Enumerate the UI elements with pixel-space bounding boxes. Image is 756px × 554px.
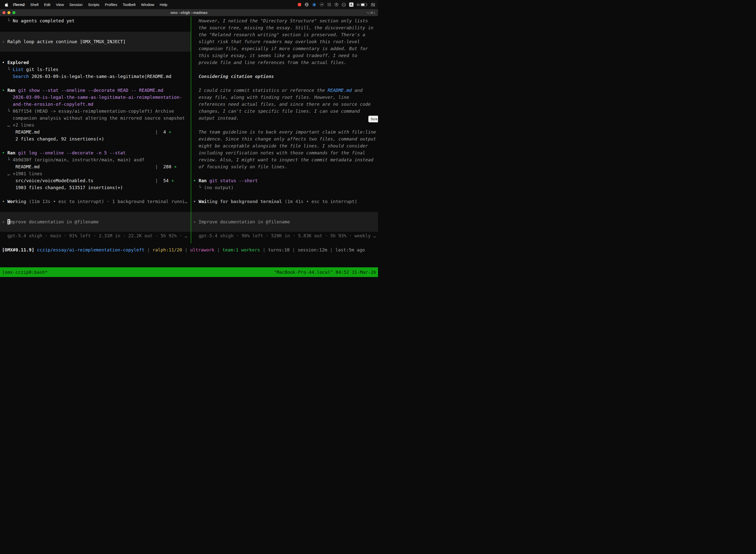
input-source-icon[interactable]: A [349, 2, 354, 7]
window-title: omx --xhigh --madmax [0, 9, 378, 16]
ran-git-show: • Ran git show --stat --oneline --decora… [0, 87, 191, 94]
diffstat-summary: 1903 files changed, 513517 insertions(+) [0, 184, 191, 191]
ran-git-show-arg: and-the-erosion-of-copyleft.md [0, 101, 191, 108]
menu-item-toolbelt[interactable]: Toolbelt [120, 2, 138, 7]
control-center-icon[interactable] [371, 3, 375, 7]
menu-bar: iTerm2 ShellEditViewSessionScriptsProfil… [0, 0, 378, 9]
menubar-status-icons: A 61 [298, 2, 375, 7]
window-title-bar: omx --xhigh --madmax ⌥⌘1 [0, 9, 378, 16]
ran-git-show-arg: 2026-03-09-is-legal-the-same-as-legitima… [0, 94, 191, 101]
reasoning-text: of focusing solely on file lines. [191, 163, 378, 170]
reasoning-text: I could cite commit statistics or refere… [191, 87, 378, 94]
git-show-output: companion analysis without altering the … [0, 115, 191, 122]
apple-menu-icon[interactable] [3, 2, 10, 7]
reasoning-text: including verification notes with those … [191, 150, 378, 156]
usage-status: gpt-5.4 xhigh · 96% left · 520K in · 5.8… [191, 232, 378, 239]
reasoning-text: output instead. [191, 115, 378, 122]
reasoning-text: might be acceptable alongside the file l… [191, 143, 378, 150]
diffstat-readme: README.md | 280 + [0, 163, 191, 170]
git-status-output: └ (no output) [191, 184, 378, 191]
omx-status-bar: [OMX#0.11.9] cczip/essay/ai-reimplementa… [0, 246, 378, 254]
more-circle-icon[interactable] [342, 3, 346, 7]
reasoning-text: the "Related research writing" section i… [191, 31, 378, 38]
ran-git-status: • Ran git status --short [191, 177, 378, 184]
blue-app-icon[interactable] [312, 3, 316, 7]
globe-icon[interactable] [305, 2, 309, 7]
menu-item-app-name[interactable]: iTerm2 [10, 2, 27, 7]
reasoning-text: essay file, along with finding root file… [191, 94, 378, 101]
input-source-letter: A [349, 2, 354, 7]
tmux-host-clock: "MacBook-Pro-44.local" 04:52 31-Mar-26 [274, 270, 376, 275]
menu-item-session[interactable]: Session [67, 2, 85, 7]
reasoning-heading: Considering citation options [191, 73, 378, 80]
usage-status: gpt-5.4 xhigh · main · 91% left · 2.31M … [0, 232, 191, 239]
tmux-status-bar: [omx-cczip0:bash* "MacBook-Pro-44.local"… [0, 267, 378, 277]
battery-icon[interactable]: 61 [357, 3, 368, 6]
reasoning-text: the source tree, missing the essay. Stil… [191, 24, 378, 31]
reasoning-text: provide file and line references from th… [191, 59, 378, 66]
diffstat-voice: src/voice/voiceModeEnabled.ts | 54 + [0, 177, 191, 184]
working-status: • Working (11m 13s • esc to interrupt) ·… [0, 198, 191, 205]
diffstat-readme: README.md | 4 + [0, 128, 191, 135]
explored-header: • Explored [0, 59, 191, 66]
menu-item-shell[interactable]: Shell [27, 2, 41, 7]
reasoning-text: this single essay, it seems like a good … [191, 52, 378, 59]
reasoning-text: However, I noticed the "Directory Struct… [191, 17, 378, 24]
waiting-status: • Waiting for background terminal (1m 41… [191, 198, 378, 205]
reasoning-text: The team guideline is to back every impo… [191, 128, 378, 135]
reasoning-text: references need actual files, and since … [191, 101, 378, 108]
menu-items: ShellEditViewSessionScriptsProfilesToolb… [27, 2, 170, 7]
ralph-loop-banner: › Ralph loop active continue [OMX_TMUX_I… [0, 32, 191, 52]
reasoning-text: review. Also, I might want to inspect th… [191, 156, 378, 163]
agents-completed-note: └ No agents completed yet [0, 17, 191, 24]
menu-item-view[interactable]: View [53, 2, 66, 7]
tmux-window-shortcut: ⌥⌘1 [366, 9, 376, 16]
battery-percent: 61 [357, 3, 360, 6]
dark-app-icon[interactable] [320, 2, 324, 7]
menu-item-profiles[interactable]: Profiles [102, 2, 120, 7]
explored-list-cmd: └ List git ls-files [0, 66, 191, 73]
reasoning-text: evidence. Since this change only affects… [191, 135, 378, 143]
reasoning-text: changes, I can't cite specific file line… [191, 108, 378, 115]
tmux-session-window: [omx-cczip0:bash* [2, 270, 48, 275]
composer-input[interactable]: › Improve documentation in @filename [191, 212, 378, 232]
git-show-output: └ 067f154 (HEAD -> essay/ai-reimplementa… [0, 108, 191, 115]
reasoning-text: companion file, especially if more comme… [191, 45, 378, 52]
terminal: └ No agents completed yet› Ralph loop ac… [0, 16, 378, 243]
terminal-pane-right[interactable]: However, I noticed the "Directory Struct… [191, 16, 378, 243]
git-log-output: └ 4b9d30f (origin/main, instructkr/main,… [0, 156, 191, 163]
menu-item-help[interactable]: Help [157, 2, 170, 7]
key-icon[interactable] [334, 3, 338, 6]
composer-input[interactable]: › Improve documentation in @filename [0, 212, 191, 232]
reasoning-text: slight risk that future readers may over… [191, 38, 378, 45]
git-log-elision: … +1901 lines [0, 170, 191, 177]
git-show-elision: … +2 lines [0, 122, 191, 128]
screen-tooltip: Scre [368, 116, 378, 122]
menu-item-edit[interactable]: Edit [41, 2, 53, 7]
diffstat-summary: 2 files changed, 92 insertions(+) [0, 135, 191, 143]
screen-recording-indicator-icon[interactable] [298, 3, 301, 6]
menu-item-window[interactable]: Window [138, 2, 157, 7]
explored-search-cmd: Search 2026-03-09-is-legal-the-same-as-l… [0, 73, 191, 80]
menu-item-scripts[interactable]: Scripts [85, 2, 102, 7]
ran-git-log: • Ran git log --oneline --decorate -n 5 … [0, 150, 191, 156]
terminal-pane-left[interactable]: └ No agents completed yet› Ralph loop ac… [0, 16, 191, 243]
grid-icon[interactable] [327, 3, 331, 6]
